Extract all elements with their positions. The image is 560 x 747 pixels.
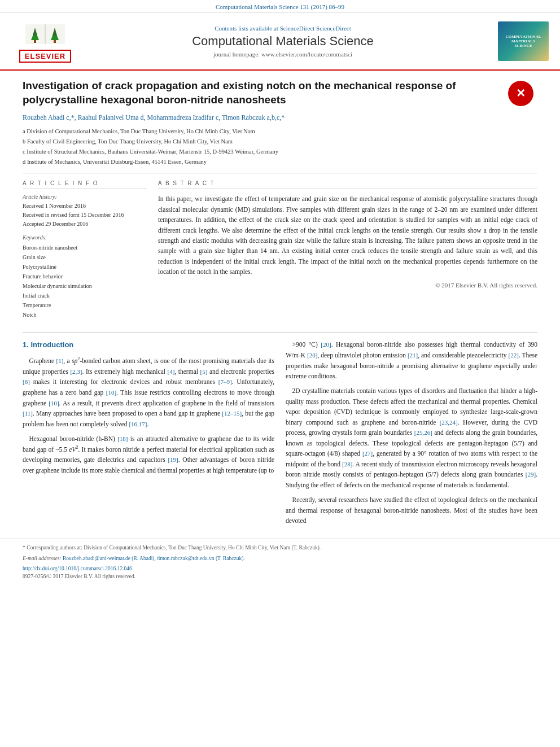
copyright-notice: © 2017 Elsevier B.V. All rights reserved…: [158, 281, 537, 291]
issn-line: 0927-0256/© 2017 Elsevier B.V. All right…: [23, 573, 537, 580]
intro-para-1: Graphene [1], a sp2-bonded carbon atom s…: [23, 356, 274, 429]
svg-rect-6: [34, 40, 36, 43]
right-para-3: Recently, several researchers have studi…: [286, 495, 537, 526]
email-label: E-mail addresses:: [23, 556, 62, 561]
body-columns: 1. Introduction Graphene [1], a sp2-bond…: [23, 339, 537, 530]
top-bar: Computational Materials Science 131 (201…: [0, 0, 560, 13]
journal-citation: Computational Materials Science 131 (201…: [216, 3, 344, 10]
keywords-section: Keywords: Boron-nitride nanosheet Grain …: [23, 234, 147, 320]
corresponding-note: * Corresponding authors at: Division of …: [23, 544, 537, 552]
divider-2: [23, 332, 537, 333]
journal-header: ELSEVIER Contents lists available at Sci…: [0, 13, 560, 71]
svg-rect-7: [54, 40, 56, 43]
affiliation-b: b Faculty of Civil Engineering, Ton Duc …: [23, 137, 537, 146]
keywords-label: Keywords:: [23, 234, 147, 241]
keywords-list: Boron-nitride nanosheet Grain size Polyc…: [23, 243, 147, 320]
journal-center: Contents lists available at ScienceDirec…: [79, 25, 487, 58]
affiliations: a Division of Computational Mechanics, T…: [23, 127, 537, 166]
elsevier-logo-area: ELSEVIER: [11, 19, 79, 64]
journal-title: Computational Materials Science: [79, 34, 487, 49]
crossmark-icon: ✕: [508, 81, 533, 106]
doi-line: http://dx.doi.org/10.1016/j.commatsci.20…: [23, 565, 537, 573]
article-info-heading: A R T I C L E I N F O: [23, 180, 147, 189]
authors-line: Rouzbeh Abadi c,*, Raahul Palanivel Uma …: [23, 112, 537, 123]
journal-logo-right: COMPUTATIONAL MATERIALS SCIENCE: [487, 21, 549, 61]
abstract-heading: A B S T R A C T: [158, 180, 537, 189]
divider-1: [23, 173, 537, 173]
crossmark-badge[interactable]: ✕: [504, 79, 537, 107]
main-content: Investigation of crack propagation and e…: [0, 71, 560, 539]
article-info-panel: A R T I C L E I N F O Article history: R…: [23, 180, 147, 325]
email-note: E-mail addresses: Rouzbeh.abadi@uni-weim…: [23, 554, 537, 562]
intro-para-2: Hexagonal boron-nitride (h-BN) [18] is a…: [23, 434, 274, 475]
title-area: Investigation of crack propagation and e…: [23, 79, 537, 107]
abstract-text: In this paper, we investigate the effect…: [158, 194, 537, 290]
affiliation-d: d Institute of Mechanics, Universität Du…: [23, 158, 537, 167]
footer: * Corresponding authors at: Division of …: [0, 539, 560, 585]
journal-logo-image: COMPUTATIONAL MATERIALS SCIENCE: [498, 21, 549, 61]
article-history: Article history: Received 1 November 201…: [23, 194, 147, 229]
right-para-1: >900 °C) [20]. Hexagonal boron-nitride a…: [286, 339, 537, 381]
authors-text: Rouzbeh Abadi c,*, Raahul Palanivel Uma …: [23, 113, 285, 121]
introduction-heading: 1. Introduction: [23, 339, 274, 351]
article-info-abstract: A R T I C L E I N F O Article history: R…: [23, 180, 537, 325]
sciencedirect-url[interactable]: ScienceDirect: [316, 25, 351, 32]
elsevier-wordmark: ELSEVIER: [19, 50, 71, 63]
doi-link[interactable]: http://dx.doi.org/10.1016/j.commatsci.20…: [23, 566, 132, 571]
affiliation-c: c Institute of Structural Mechanics, Bau…: [23, 147, 537, 156]
journal-homepage: journal homepage: www.elsevier.com/locat…: [79, 51, 487, 58]
left-column: 1. Introduction Graphene [1], a sp2-bond…: [23, 339, 274, 530]
sciencedirect-link[interactable]: Contents lists available at ScienceDirec…: [79, 25, 487, 32]
affiliation-a: a Division of Computational Mechanics, T…: [23, 127, 537, 136]
right-column: >900 °C) [20]. Hexagonal boron-nitride a…: [286, 339, 537, 530]
abstract-panel: A B S T R A C T In this paper, we invest…: [158, 180, 537, 325]
received-date: Received 1 November 2016 Received in rev…: [23, 202, 147, 229]
history-label: Article history:: [23, 194, 147, 200]
article-title: Investigation of crack propagation and e…: [23, 79, 537, 107]
email-addresses[interactable]: Rouzbeh.abadi@uni-weimar.de (R. Abadi), …: [63, 556, 245, 561]
right-para-2: 2D crystalline materials contain various…: [286, 386, 537, 490]
elsevier-tree-icon: [23, 19, 68, 50]
